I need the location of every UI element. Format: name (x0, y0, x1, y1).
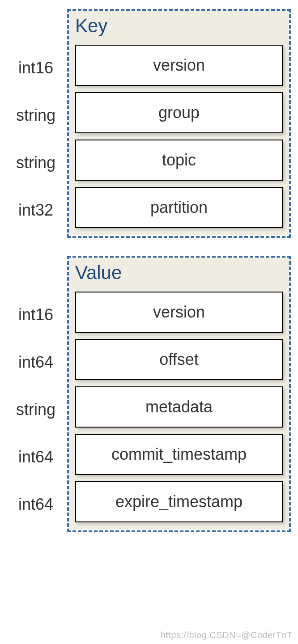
section-spacer (4, 238, 294, 256)
key-panel-title: Key (69, 11, 289, 42)
field-box: partition (75, 187, 283, 228)
type-label: int64 (4, 342, 67, 383)
field-box: version (75, 45, 283, 86)
value-section: int16 int64 string int64 int64 Value ver… (4, 256, 294, 532)
type-label: int16 (4, 47, 67, 89)
key-panel: Key version group topic partition (67, 9, 291, 238)
type-label: string (4, 389, 67, 430)
field-box: metadata (75, 386, 283, 428)
value-panel: Value version offset metadata commit_tim… (67, 256, 291, 532)
type-label: int64 (4, 484, 67, 525)
field-box: commit_timestamp (75, 434, 283, 475)
field-box: version (75, 292, 283, 333)
field-box: expire_timestamp (75, 481, 283, 522)
field-box: topic (75, 140, 283, 181)
field-box: offset (75, 339, 283, 380)
value-panel-body: version offset metadata commit_timestamp… (69, 289, 289, 530)
type-label: int16 (4, 294, 67, 335)
value-panel-title: Value (69, 258, 289, 289)
type-label: int64 (4, 436, 67, 478)
watermark-text: https://blog.CSDN=@CoderTnT (160, 630, 293, 640)
key-types-column: int16 string string int32 (4, 9, 67, 238)
key-section: int16 string string int32 Key version gr… (4, 9, 294, 238)
type-label: string (4, 95, 67, 136)
type-label: int32 (4, 190, 67, 231)
key-panel-body: version group topic partition (69, 42, 289, 235)
field-box: group (75, 92, 283, 133)
value-types-column: int16 int64 string int64 int64 (4, 256, 67, 532)
type-label: string (4, 142, 67, 183)
